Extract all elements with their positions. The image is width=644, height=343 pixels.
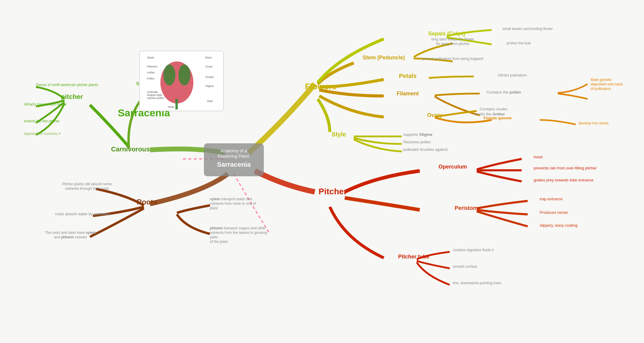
long-stem-text2: far away from pitcher bbox=[436, 42, 470, 46]
stem-label: Stem (Peduncle) bbox=[362, 55, 405, 61]
smooth-surface-text: smooth surface bbox=[453, 264, 477, 269]
xylem-transport-text3: plant bbox=[210, 206, 218, 210]
operculum-label: Operculum bbox=[438, 164, 467, 170]
receives-pollen-text: Receives pollen bbox=[403, 140, 431, 144]
guides-prey-text: guides prey towards tube entrance bbox=[534, 178, 593, 182]
center-title-line1: Anatomy of a bbox=[221, 148, 247, 153]
sepals-label: Sepals (Calyx) bbox=[428, 31, 465, 37]
long-stem-text: long stem keeps the flower bbox=[431, 37, 474, 41]
pitcher-plant-label: Pitcher bbox=[319, 187, 347, 196]
slippery-text: slippery, waxy coating bbox=[540, 223, 577, 228]
diagram-sepal: Sepal bbox=[147, 56, 154, 59]
diagram-style4: Style bbox=[207, 100, 213, 103]
flower-leaf2 bbox=[178, 64, 190, 85]
flower-leaf1 bbox=[163, 64, 175, 85]
still-absorb-text1: Pitcher plants still absorb some bbox=[62, 182, 112, 186]
center-title-line2: Flowering Plant: bbox=[218, 154, 250, 159]
produces-nectar-text: Produces nectar bbox=[540, 210, 568, 215]
roots-label: Roots bbox=[137, 198, 157, 206]
develop-seeds-text: develop into seeds bbox=[579, 121, 609, 125]
contains-ovules-text: Contains ovules bbox=[480, 107, 508, 111]
insects-text: Insects fall into pitcher bbox=[24, 119, 60, 123]
ovary-label: Ovary bbox=[427, 112, 442, 118]
phloem-transport-text1: phloem transport sugars and other bbox=[210, 226, 266, 230]
prevent-text: prevent pollinators from being trapped! bbox=[422, 57, 483, 61]
background bbox=[0, 0, 644, 343]
still-absorb-text2: nutrients through their roots bbox=[65, 186, 109, 191]
protect-bud-text: protect the bud bbox=[507, 41, 531, 45]
attracts-text: Attracts insects with nectar bbox=[24, 102, 67, 106]
digested-text: digested for nutrients # bbox=[24, 132, 61, 136]
phloem-transport-text4: of the plant bbox=[210, 240, 228, 244]
diagram-petal: Petal bbox=[168, 106, 174, 109]
small-leaves-text: small leaves surrounding flower bbox=[502, 27, 553, 31]
filament-label: Filament bbox=[397, 91, 419, 97]
phloem-transport-text3: parts bbox=[210, 235, 218, 239]
diagram-ovary: Ovary bbox=[205, 65, 213, 68]
male-gamete-text1: Male gamete bbox=[591, 78, 612, 82]
diagram-bract: Bract bbox=[205, 56, 212, 59]
xylem-phloem-text2: and phloem vessels bbox=[54, 235, 87, 239]
pitcher-tube-label: Pitcher tube bbox=[398, 254, 429, 260]
male-gamete-text3: of pollinators bbox=[591, 87, 611, 91]
phloem-transport-text2: nutrients from the leaves to growing bbox=[210, 231, 267, 235]
pollinator-brushes-text: pollinator brushes against bbox=[403, 147, 448, 152]
diagram-ovules: Ovules bbox=[205, 76, 214, 79]
flowers-label: Flowers bbox=[305, 82, 337, 91]
contains-digestive-text: contains digestive fluids # bbox=[453, 248, 494, 252]
center-title-main: Sarracenia bbox=[217, 161, 251, 168]
diagram-style2: shaped style bbox=[147, 94, 162, 97]
supports-stigma-text: supports Stigma bbox=[403, 132, 433, 137]
trap-entrance-text: trap entrance bbox=[540, 197, 563, 201]
diagram-style: Umbrella bbox=[147, 91, 158, 94]
attract-text: Attract polinators bbox=[498, 73, 527, 77]
osmosis-text: roots absorb water by osmosis bbox=[55, 212, 109, 216]
xylem-transport-text1: xylem transport water and bbox=[210, 197, 252, 201]
male-gamete-text2: deposited onto back bbox=[591, 82, 623, 86]
diagram-stigma: Stigma bbox=[205, 85, 214, 88]
fine-hairs-text: fine, downwards-pointing hairs bbox=[453, 281, 501, 285]
petals-label: Petals bbox=[399, 73, 417, 79]
genus-text: Genus of north-american pitcher plants bbox=[36, 83, 98, 87]
diagram-anther: Anther bbox=[147, 71, 155, 74]
carnivorous-label: Carnivorous bbox=[111, 145, 150, 153]
prevents-rain-text: prevents rain from over-filling pitcher bbox=[534, 166, 597, 170]
diagram-filament: Filament bbox=[147, 65, 157, 68]
mindmap: Anatomy of a Flowering Plant: Sarracenia… bbox=[0, 0, 644, 343]
hood-text: hood bbox=[534, 155, 542, 159]
female-gamete-text: Female gamete bbox=[484, 116, 512, 120]
style-label: Style bbox=[332, 131, 346, 138]
xylem-phloem-text1: The roots and stem have xylem bbox=[45, 231, 96, 235]
contains-pollen-text: Contains the pollen bbox=[487, 90, 521, 94]
flower-stem bbox=[175, 99, 178, 109]
diagram-pollen: Pollen bbox=[147, 77, 154, 80]
pitcher-node-label: pitcher bbox=[61, 93, 83, 100]
peristome-label: Peristome bbox=[455, 205, 481, 211]
xylem-transport-text2: nutrients from roots to rest of bbox=[210, 201, 256, 206]
diagram-style3: catches pollen bbox=[147, 97, 164, 100]
